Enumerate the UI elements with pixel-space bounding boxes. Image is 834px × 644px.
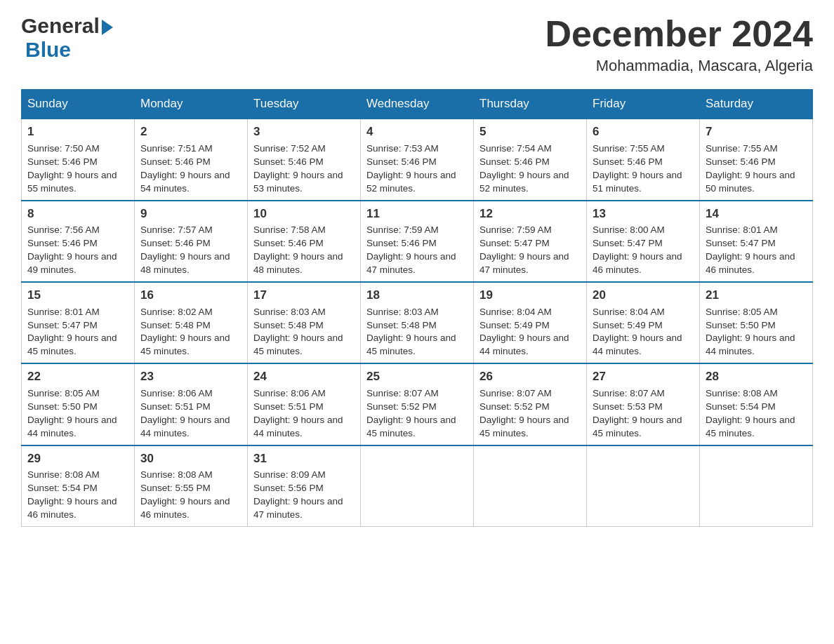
day-number: 8: [27, 206, 128, 222]
day-cell-29: 29Sunrise: 8:08 AMSunset: 5:54 PMDayligh…: [22, 445, 135, 527]
day-cell-31: 31Sunrise: 8:09 AMSunset: 5:56 PMDayligh…: [248, 445, 361, 527]
day-cell-28: 28Sunrise: 8:08 AMSunset: 5:54 PMDayligh…: [700, 363, 813, 445]
day-cell-10: 10Sunrise: 7:58 AMSunset: 5:46 PMDayligh…: [248, 201, 361, 282]
day-cell-18: 18Sunrise: 8:03 AMSunset: 5:48 PMDayligh…: [361, 282, 474, 363]
day-number: 28: [706, 368, 807, 385]
header-monday: Monday: [135, 90, 248, 119]
day-cell-4: 4Sunrise: 7:53 AMSunset: 5:46 PMDaylight…: [361, 119, 474, 200]
day-number: 22: [27, 368, 128, 385]
empty-cell-4-4: [474, 445, 587, 527]
day-cell-21: 21Sunrise: 8:05 AMSunset: 5:50 PMDayligh…: [700, 282, 813, 363]
day-number: 12: [479, 206, 581, 222]
day-number: 7: [706, 123, 807, 140]
month-title: December 2024: [545, 14, 813, 54]
day-cell-5: 5Sunrise: 7:54 AMSunset: 5:46 PMDaylight…: [474, 119, 587, 200]
day-number: 2: [140, 123, 241, 140]
day-cell-1: 1Sunrise: 7:50 AMSunset: 5:46 PMDaylight…: [22, 119, 135, 200]
day-number: 16: [140, 287, 241, 304]
day-number: 13: [593, 206, 694, 222]
header-thursday: Thursday: [474, 90, 587, 119]
day-cell-13: 13Sunrise: 8:00 AMSunset: 5:47 PMDayligh…: [587, 201, 700, 282]
calendar-header-row: SundayMondayTuesdayWednesdayThursdayFrid…: [22, 90, 813, 119]
day-number: 3: [253, 123, 355, 140]
day-cell-15: 15Sunrise: 8:01 AMSunset: 5:47 PMDayligh…: [22, 282, 135, 363]
day-cell-7: 7Sunrise: 7:55 AMSunset: 5:46 PMDaylight…: [700, 119, 813, 200]
header-saturday: Saturday: [700, 90, 813, 119]
day-cell-2: 2Sunrise: 7:51 AMSunset: 5:46 PMDaylight…: [135, 119, 248, 200]
header-tuesday: Tuesday: [248, 90, 361, 119]
day-cell-9: 9Sunrise: 7:57 AMSunset: 5:46 PMDaylight…: [135, 201, 248, 282]
day-number: 6: [593, 123, 694, 140]
day-number: 23: [140, 368, 241, 385]
day-number: 14: [706, 206, 807, 222]
day-cell-17: 17Sunrise: 8:03 AMSunset: 5:48 PMDayligh…: [248, 282, 361, 363]
logo: General Blue: [21, 14, 113, 62]
day-cell-6: 6Sunrise: 7:55 AMSunset: 5:46 PMDaylight…: [587, 119, 700, 200]
day-cell-30: 30Sunrise: 8:08 AMSunset: 5:55 PMDayligh…: [135, 445, 248, 527]
empty-cell-4-5: [587, 445, 700, 527]
day-cell-26: 26Sunrise: 8:07 AMSunset: 5:52 PMDayligh…: [474, 363, 587, 445]
day-number: 10: [253, 206, 355, 222]
empty-cell-4-3: [361, 445, 474, 527]
logo-general-text: General: [21, 14, 100, 38]
day-cell-23: 23Sunrise: 8:06 AMSunset: 5:51 PMDayligh…: [135, 363, 248, 445]
week-row-4: 22Sunrise: 8:05 AMSunset: 5:50 PMDayligh…: [22, 363, 813, 445]
day-cell-3: 3Sunrise: 7:52 AMSunset: 5:46 PMDaylight…: [248, 119, 361, 200]
empty-cell-4-6: [700, 445, 813, 527]
day-cell-24: 24Sunrise: 8:06 AMSunset: 5:51 PMDayligh…: [248, 363, 361, 445]
day-number: 11: [366, 206, 468, 222]
day-number: 30: [140, 450, 241, 467]
title-section: December 2024 Mohammadia, Mascara, Alger…: [545, 14, 813, 75]
page-header: General Blue December 2024 Mohammadia, M…: [21, 14, 813, 75]
day-number: 27: [593, 368, 694, 385]
location-subtitle: Mohammadia, Mascara, Algeria: [545, 57, 813, 75]
week-row-5: 29Sunrise: 8:08 AMSunset: 5:54 PMDayligh…: [22, 445, 813, 527]
day-number: 5: [479, 123, 581, 140]
day-number: 24: [253, 368, 355, 385]
logo-blue-text: Blue: [25, 38, 71, 62]
day-number: 15: [27, 287, 128, 304]
week-row-2: 8Sunrise: 7:56 AMSunset: 5:46 PMDaylight…: [22, 201, 813, 282]
day-cell-8: 8Sunrise: 7:56 AMSunset: 5:46 PMDaylight…: [22, 201, 135, 282]
day-number: 1: [27, 123, 128, 140]
day-number: 29: [27, 450, 128, 467]
day-cell-16: 16Sunrise: 8:02 AMSunset: 5:48 PMDayligh…: [135, 282, 248, 363]
header-wednesday: Wednesday: [361, 90, 474, 119]
day-cell-25: 25Sunrise: 8:07 AMSunset: 5:52 PMDayligh…: [361, 363, 474, 445]
day-cell-19: 19Sunrise: 8:04 AMSunset: 5:49 PMDayligh…: [474, 282, 587, 363]
day-number: 4: [366, 123, 468, 140]
day-number: 19: [479, 287, 581, 304]
day-number: 21: [706, 287, 807, 304]
header-sunday: Sunday: [22, 90, 135, 119]
day-number: 31: [253, 450, 355, 467]
day-cell-22: 22Sunrise: 8:05 AMSunset: 5:50 PMDayligh…: [22, 363, 135, 445]
day-number: 20: [593, 287, 694, 304]
header-friday: Friday: [587, 90, 700, 119]
day-cell-12: 12Sunrise: 7:59 AMSunset: 5:47 PMDayligh…: [474, 201, 587, 282]
logo-triangle-icon: [102, 20, 113, 35]
day-number: 26: [479, 368, 581, 385]
calendar-table: SundayMondayTuesdayWednesdayThursdayFrid…: [21, 89, 813, 527]
day-cell-14: 14Sunrise: 8:01 AMSunset: 5:47 PMDayligh…: [700, 201, 813, 282]
day-number: 9: [140, 206, 241, 222]
day-cell-11: 11Sunrise: 7:59 AMSunset: 5:46 PMDayligh…: [361, 201, 474, 282]
week-row-1: 1Sunrise: 7:50 AMSunset: 5:46 PMDaylight…: [22, 119, 813, 200]
week-row-3: 15Sunrise: 8:01 AMSunset: 5:47 PMDayligh…: [22, 282, 813, 363]
day-cell-20: 20Sunrise: 8:04 AMSunset: 5:49 PMDayligh…: [587, 282, 700, 363]
day-cell-27: 27Sunrise: 8:07 AMSunset: 5:53 PMDayligh…: [587, 363, 700, 445]
day-number: 18: [366, 287, 468, 304]
day-number: 25: [366, 368, 468, 385]
day-number: 17: [253, 287, 355, 304]
